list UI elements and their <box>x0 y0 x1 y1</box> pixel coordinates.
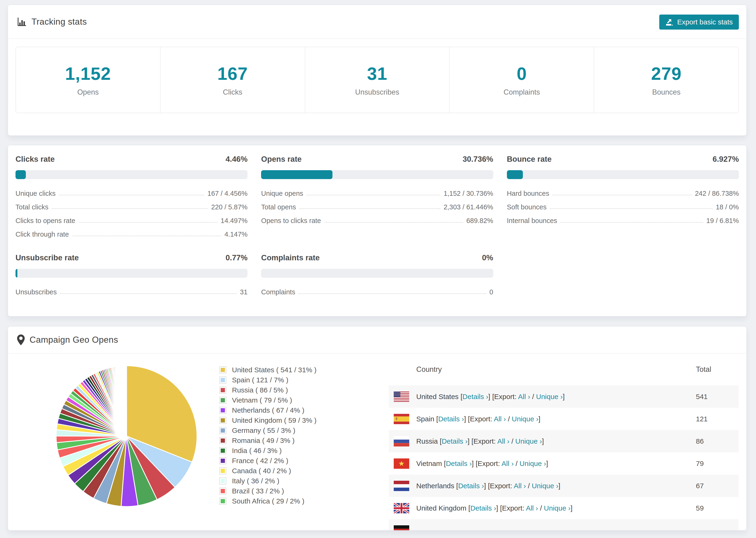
details-link[interactable]: Details › <box>458 482 484 490</box>
stat-value: 279 <box>651 63 681 84</box>
dotted-leader <box>52 208 208 209</box>
legend-swatch <box>219 477 226 484</box>
dotted-leader <box>553 195 692 195</box>
stat-cell-clicks: 167 Clicks <box>161 47 305 113</box>
dotted-leader <box>298 294 486 294</box>
geo-opens-pie-chart <box>54 363 199 509</box>
rate-name: Clicks rate <box>16 155 55 164</box>
total-cell: 79 <box>696 459 704 467</box>
stat-label: Opens <box>77 88 99 96</box>
rate-detail-value: 167 / 4.456% <box>207 190 247 197</box>
dotted-leader <box>59 195 204 195</box>
stat-label: Unsubscribes <box>355 88 399 96</box>
stat-cell-opens: 1,152 Opens <box>16 47 161 113</box>
legend-item-vietnam: Vietnam ( 79 / 5% ) <box>219 395 316 405</box>
rate-detail-label: Click through rate <box>16 231 69 238</box>
rate-detail-row: Opens to clicks rate 689.82% <box>261 211 493 225</box>
dotted-leader <box>60 294 237 294</box>
country-flag-es <box>394 414 409 424</box>
export-unique-link[interactable]: Unique › <box>532 482 558 490</box>
rate-detail-row: Soft bounces 18 / 0% <box>507 197 739 211</box>
rate-detail-row: Click through rate 4.147% <box>16 225 247 238</box>
country-cell: Vietnam [Details ›] [Export: All › / Uni… <box>416 459 548 467</box>
legend-item-spain: Spain ( 121 / 7% ) <box>219 375 316 385</box>
stat-cell-bounces: 279 Bounces <box>594 47 738 113</box>
dotted-leader <box>299 208 441 209</box>
geo-table-row-united-states: United States [Details ›] [Export: All ›… <box>389 385 739 408</box>
details-link[interactable]: Details › <box>470 504 496 512</box>
export-unique-link[interactable]: Unique › <box>512 415 538 423</box>
country-flag-us <box>394 392 409 402</box>
legend-item-brazil: Brazil ( 33 / 2% ) <box>219 486 316 496</box>
export-unique-link[interactable]: Unique › <box>519 459 546 467</box>
rate-value: 0% <box>482 253 493 262</box>
legend-swatch <box>219 366 226 373</box>
pie-slice <box>126 366 127 436</box>
legend-label: Canada ( 40 / 2% ) <box>232 467 291 475</box>
legend-swatch <box>219 447 226 454</box>
rate-detail-row: Total opens 2,303 / 61.446% <box>261 197 493 211</box>
rate-detail-label: Unique opens <box>261 190 303 197</box>
rate-detail-row: Total clicks 220 / 5.87% <box>16 197 247 211</box>
rate-value: 4.46% <box>226 155 248 164</box>
legend-item-germany: Germany ( 55 / 3% ) <box>219 425 316 435</box>
legend-label: France ( 42 / 2% ) <box>232 457 288 465</box>
export-unique-link[interactable]: Unique › <box>515 437 542 445</box>
rate-detail-label: Soft bounces <box>507 203 547 211</box>
rate-detail-label: Complaints <box>261 288 295 296</box>
legend-swatch <box>219 457 226 464</box>
country-flag-de <box>394 525 409 531</box>
country-flag-nl <box>394 481 409 491</box>
legend-item-united-states: United States ( 541 / 31% ) <box>219 365 316 375</box>
rate-progress-fill <box>16 269 17 278</box>
rate-detail-value: 242 / 86.738% <box>695 190 739 197</box>
export-all-link[interactable]: All › <box>518 393 530 401</box>
export-all-link[interactable]: All › <box>514 482 526 490</box>
rate-value: 0.77% <box>226 253 248 262</box>
tracking-stats-title: Tracking stats <box>31 17 87 27</box>
dotted-leader <box>306 195 440 195</box>
details-link[interactable]: Details › <box>446 459 472 467</box>
legend-swatch <box>219 427 226 434</box>
tracking-stats-card: Tracking stats Export basic stats 1,152 … <box>8 5 747 136</box>
total-cell: 67 <box>696 482 704 490</box>
stat-label: Complaints <box>504 88 540 96</box>
rate-name: Opens rate <box>261 155 301 164</box>
export-button-label: Export basic stats <box>677 18 733 26</box>
stat-value: 167 <box>217 63 248 84</box>
dotted-leader <box>324 222 463 223</box>
legend-swatch <box>219 377 226 384</box>
export-icon <box>665 18 674 26</box>
legend-item-france: France ( 42 / 2% ) <box>219 456 316 466</box>
export-unique-link[interactable]: Unique › <box>544 504 570 512</box>
rate-block-unsubscribe-rate: Unsubscribe rate 0.77% Unsubscribes 31 <box>16 250 247 296</box>
rate-block-bounce-rate: Bounce rate 6.927% Hard bounces 242 / 86… <box>507 152 739 238</box>
details-link[interactable]: Details › <box>438 415 464 423</box>
dotted-leader <box>561 222 703 223</box>
export-all-link[interactable]: All › <box>502 459 514 467</box>
export-basic-stats-button[interactable]: Export basic stats <box>659 15 739 29</box>
export-all-link[interactable]: All › <box>494 415 506 423</box>
stat-label: Clicks <box>223 88 242 96</box>
legend-item-south-africa: South Africa ( 29 / 2% ) <box>219 496 316 506</box>
rate-detail-value: 19 / 6.81% <box>706 217 739 225</box>
rate-progress-track <box>261 170 493 179</box>
stats-summary-row: 1,152 Opens 167 Clicks 31 Unsubscribes 0… <box>16 47 739 113</box>
rate-detail-value: 14.497% <box>221 217 248 225</box>
bar-chart-icon <box>17 17 27 27</box>
export-all-link[interactable]: All › <box>497 437 510 445</box>
rate-name: Complaints rate <box>261 253 320 262</box>
rate-detail-label: Unique clicks <box>16 190 56 197</box>
export-unique-link[interactable]: Unique › <box>536 393 563 401</box>
country-cell: Netherlands [Details ›] [Export: All › /… <box>416 482 561 490</box>
geo-table-row-spain: Spain [Details ›] [Export: All › / Uniqu… <box>389 408 739 430</box>
rate-detail-value: 220 / 5.87% <box>211 203 248 211</box>
legend-label: United States ( 541 / 31% ) <box>232 366 316 374</box>
details-link[interactable]: Details › <box>462 393 488 401</box>
rate-detail-label: Unsubscribes <box>16 288 57 296</box>
export-all-link[interactable]: All › <box>526 504 538 512</box>
rate-detail-label: Opens to clicks rate <box>261 217 321 225</box>
rate-progress-track <box>507 170 739 179</box>
details-link[interactable]: Details › <box>442 437 467 445</box>
rate-detail-row: Complaints 0 <box>261 282 493 296</box>
